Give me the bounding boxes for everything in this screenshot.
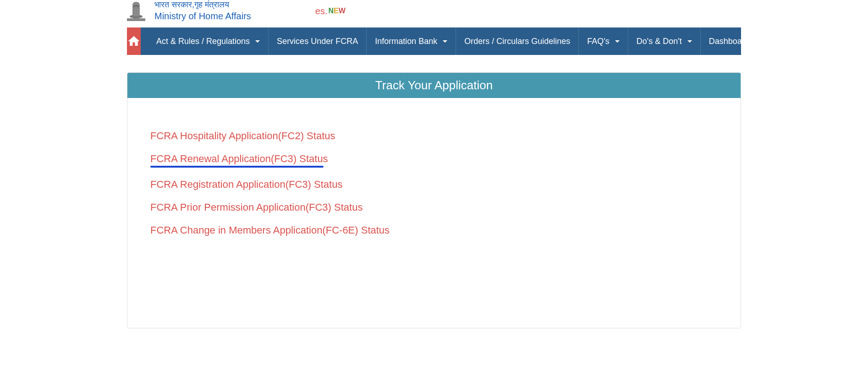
nav-item-do-s-don-t[interactable]: Do's & Don't bbox=[628, 27, 701, 55]
chevron-down-icon bbox=[443, 40, 447, 43]
status-link[interactable]: FCRA Change in Members Application(FC-6E… bbox=[150, 224, 390, 236]
nav-home-button[interactable] bbox=[127, 27, 141, 55]
status-link[interactable]: FCRA Renewal Application(FC3) Status bbox=[150, 153, 328, 164]
panel-body: FCRA Hospitality Application(FC2) Status… bbox=[127, 98, 741, 328]
nav-item-label: Do's & Don't bbox=[637, 37, 682, 46]
status-link-item: FCRA Renewal Application(FC3) Status bbox=[150, 153, 718, 168]
header-title-hindi: भारत सरकार,गृह मंत्रालय bbox=[154, 0, 251, 10]
home-icon bbox=[127, 34, 141, 48]
main-navbar: Act & Rules / RegulationsServices Under … bbox=[127, 27, 741, 55]
status-link-item: FCRA Registration Application(FC3) Statu… bbox=[150, 179, 718, 190]
nav-item-act-rules-regulations[interactable]: Act & Rules / Regulations bbox=[141, 27, 269, 55]
nav-item-label: Dashboard bbox=[709, 37, 749, 46]
status-link[interactable]: FCRA Hospitality Application(FC2) Status bbox=[150, 130, 335, 142]
status-link[interactable]: FCRA Registration Application(FC3) Statu… bbox=[150, 179, 342, 190]
nav-item-label: Services Under FCRA bbox=[277, 37, 358, 46]
panel-title: Track Your Application bbox=[127, 73, 741, 98]
highlight-underline bbox=[150, 166, 324, 168]
chevron-down-icon bbox=[615, 40, 620, 43]
header-title-english: Ministry of Home Affairs bbox=[154, 10, 251, 22]
status-link-list: FCRA Hospitality Application(FC2) Status… bbox=[150, 130, 718, 236]
status-link-item: FCRA Change in Members Application(FC-6E… bbox=[150, 224, 718, 236]
svg-rect-0 bbox=[127, 18, 145, 21]
svg-point-2 bbox=[133, 5, 135, 7]
nav-item-label: Act & Rules / Regulations bbox=[156, 37, 250, 46]
new-badge: es. NEW bbox=[315, 6, 346, 16]
status-link[interactable]: FCRA Prior Permission Application(FC3) S… bbox=[150, 201, 363, 213]
nav-item-dashboard[interactable]: Dashboard bbox=[701, 27, 758, 55]
status-link-item: FCRA Prior Permission Application(FC3) S… bbox=[150, 201, 718, 213]
svg-point-4 bbox=[135, 5, 137, 6]
nav-item-label: Orders / Circulars Guidelines bbox=[464, 37, 570, 46]
nav-item-label: Information Bank bbox=[375, 37, 437, 46]
svg-point-3 bbox=[137, 5, 139, 7]
nav-item-orders-circulars-guidelines[interactable]: Orders / Circulars Guidelines bbox=[456, 27, 579, 55]
header-title-block: भारत सरकार,गृह मंत्रालय Ministry of Home… bbox=[154, 0, 251, 22]
chevron-down-icon bbox=[255, 40, 260, 43]
track-application-panel: Track Your Application FCRA Hospitality … bbox=[127, 72, 741, 328]
badge-prefix: es. bbox=[315, 6, 328, 16]
site-header: भारत सरकार,गृह मंत्रालय Ministry of Home… bbox=[127, 0, 741, 26]
nav-item-services-under-fcra[interactable]: Services Under FCRA bbox=[269, 27, 367, 55]
nav-item-label: FAQ's bbox=[587, 37, 609, 46]
status-link-item: FCRA Hospitality Application(FC2) Status bbox=[150, 130, 718, 142]
nav-item-information-bank[interactable]: Information Bank bbox=[367, 27, 456, 55]
nav-item-contact-us[interactable]: Contact Us bbox=[758, 27, 816, 55]
chevron-down-icon bbox=[687, 40, 692, 43]
nav-item-faq-s[interactable]: FAQ's bbox=[579, 27, 628, 55]
national-emblem-icon bbox=[127, 0, 145, 22]
nav-item-label: Contact Us bbox=[766, 37, 807, 46]
